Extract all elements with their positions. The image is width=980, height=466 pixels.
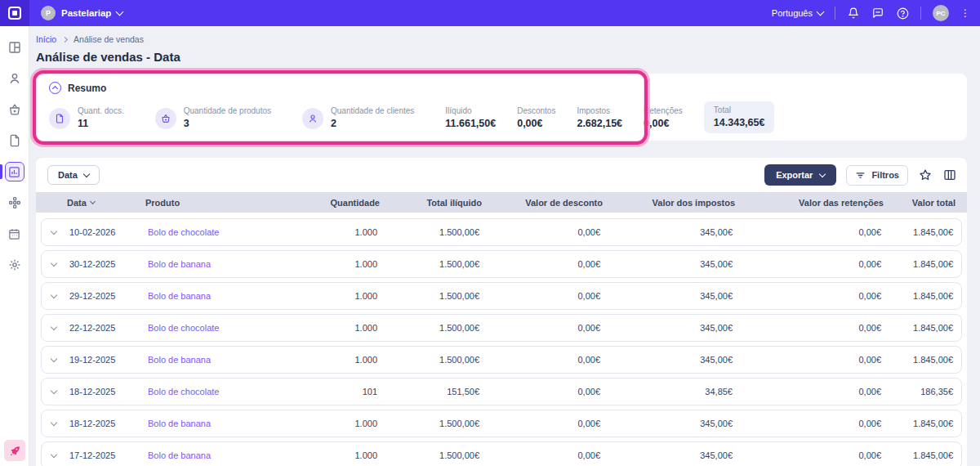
cell-quantity: 1.000 xyxy=(299,291,381,301)
table-rows: 10-02-2026 Bolo de chocolate 1.000 1.500… xyxy=(36,213,967,466)
company-name: Pastelariap xyxy=(61,8,111,18)
cell-discount: 0,00€ xyxy=(483,323,604,333)
collapse-summary-button[interactable] xyxy=(49,82,61,94)
product-link[interactable]: Bolo de banana xyxy=(148,419,211,428)
cell-quantity: 1.000 xyxy=(299,227,381,237)
product-link[interactable]: Bolo de banana xyxy=(148,355,211,365)
product-link[interactable]: Bolo de chocolate xyxy=(148,387,219,397)
more-options-icon[interactable]: ⋮ xyxy=(960,11,969,15)
cell-taxes: 345,00€ xyxy=(604,323,736,333)
favorite-star-icon[interactable] xyxy=(918,168,933,182)
product-link[interactable]: Bolo de chocolate xyxy=(148,227,219,237)
product-link[interactable]: Bolo de banana xyxy=(148,291,211,301)
company-avatar: P xyxy=(41,6,56,20)
columns-icon[interactable] xyxy=(942,168,957,182)
stat-docs: Quant. docs. 11 xyxy=(49,106,124,129)
cell-taxes: 345,00€ xyxy=(604,259,736,269)
column-header-total-iliquido[interactable]: Total ilíquido xyxy=(385,198,487,208)
group-by-dropdown[interactable]: Data xyxy=(47,165,100,185)
cell-total: 1.845,00€ xyxy=(884,259,961,269)
page-title: Análise de vendas - Data xyxy=(36,50,967,64)
stat-label: Quantidade de clientes xyxy=(331,106,414,115)
sidebar-item-contacts[interactable] xyxy=(5,69,24,88)
table-row[interactable]: 22-12-2025 Bolo de chocolate 1.000 1.500… xyxy=(41,314,962,342)
chevron-right-icon xyxy=(62,36,68,42)
column-header-quantidade[interactable]: Quantidade xyxy=(303,198,385,208)
cell-taxes: 345,00€ xyxy=(604,291,736,301)
product-link[interactable]: Bolo de banana xyxy=(148,259,211,269)
sidebar-item-integrations[interactable] xyxy=(5,193,24,213)
expand-row-chevron-icon[interactable] xyxy=(42,423,66,425)
cell-quantity: 1.000 xyxy=(299,450,381,460)
column-header-produto[interactable]: Produto xyxy=(142,198,303,208)
sidebar-item-settings[interactable] xyxy=(5,255,24,275)
cell-taxes: 34,85€ xyxy=(604,387,736,397)
stat-clients: Quantidade de clientes 2 xyxy=(302,106,414,129)
filters-button[interactable]: Filtros xyxy=(846,165,908,186)
table-row[interactable]: 29-12-2025 Bolo de banana 1.000 1.500,00… xyxy=(41,282,962,310)
cell-taxes: 345,00€ xyxy=(604,419,736,428)
basket-icon xyxy=(155,108,176,129)
expand-row-chevron-icon[interactable] xyxy=(42,263,66,266)
app-logo-icon xyxy=(8,7,21,20)
export-button[interactable]: Exportar xyxy=(764,164,836,186)
user-avatar[interactable]: PC xyxy=(933,5,949,21)
stat-value: 3 xyxy=(184,118,271,129)
table-row[interactable]: 30-12-2025 Bolo de banana 1.000 1.500,00… xyxy=(41,250,962,278)
company-switcher[interactable]: P Pastelariap xyxy=(41,6,122,20)
cell-discount: 0,00€ xyxy=(483,387,604,397)
table-row[interactable]: 18-12-2025 Bolo de chocolate 101 151,50€… xyxy=(41,378,962,406)
cell-date: 19-12-2025 xyxy=(66,355,145,365)
app-logo[interactable] xyxy=(0,0,29,26)
sidebar-item-documents[interactable] xyxy=(5,131,24,150)
cell-retentions: 0,00€ xyxy=(736,323,884,333)
cell-date: 17-12-2025 xyxy=(66,450,145,460)
breadcrumb-home-link[interactable]: Início xyxy=(36,34,56,44)
table-row[interactable]: 19-12-2025 Bolo de banana 1.000 1.500,00… xyxy=(41,346,962,374)
expand-row-chevron-icon[interactable] xyxy=(42,359,66,361)
stat-products: Quantidade de produtos 3 xyxy=(155,106,271,129)
cell-retentions: 0,00€ xyxy=(736,419,884,428)
onboarding-rocket-button[interactable] xyxy=(4,440,25,461)
cell-net: 1.500,00€ xyxy=(381,450,483,460)
cell-net: 1.500,00€ xyxy=(381,355,483,365)
expand-row-chevron-icon[interactable] xyxy=(42,231,66,234)
cell-taxes: 345,00€ xyxy=(604,355,736,365)
notifications-bell-icon[interactable] xyxy=(847,7,860,20)
table-row[interactable]: 18-12-2025 Bolo de banana 1.000 1.500,00… xyxy=(41,410,962,437)
language-selector[interactable]: Português xyxy=(772,8,823,18)
column-header-valor-impostos[interactable]: Valor dos impostos xyxy=(608,198,740,208)
expand-row-chevron-icon[interactable] xyxy=(42,295,66,298)
column-header-valor-desconto[interactable]: Valor de desconto xyxy=(487,198,608,208)
stat-value: 11 xyxy=(78,118,124,129)
breadcrumb-current: Análise de vendas xyxy=(74,34,144,44)
divider xyxy=(835,7,835,20)
chat-icon[interactable] xyxy=(871,7,884,20)
table-header-row: Data Produto Quantidade Total ilíquido V… xyxy=(36,192,967,213)
expand-row-chevron-icon[interactable] xyxy=(42,391,66,393)
cell-retentions: 0,00€ xyxy=(736,450,884,460)
table-row[interactable]: 17-12-2025 Bolo de banana 1.000 1.500,00… xyxy=(41,441,962,466)
cell-date: 10-02-2026 xyxy=(66,227,145,237)
stat-label: Quantidade de produtos xyxy=(184,106,271,115)
top-bar: P Pastelariap Português PC ⋮ xyxy=(0,0,980,26)
sidebar-item-dashboard[interactable] xyxy=(5,38,24,57)
table-row[interactable]: 10-02-2026 Bolo de chocolate 1.000 1.500… xyxy=(41,218,962,246)
product-link[interactable]: Bolo de chocolate xyxy=(148,323,219,333)
expand-row-chevron-icon[interactable] xyxy=(42,455,66,457)
sidebar-item-reports[interactable] xyxy=(5,162,24,181)
sidebar-item-calendar[interactable] xyxy=(5,224,24,244)
help-icon[interactable] xyxy=(896,7,909,20)
product-link[interactable]: Bolo de banana xyxy=(148,450,211,460)
amount-retentions: Retenções 0,00€ xyxy=(644,106,683,129)
expand-row-chevron-icon[interactable] xyxy=(42,327,66,329)
cell-retentions: 0,00€ xyxy=(736,387,884,397)
cell-quantity: 1.000 xyxy=(299,355,381,365)
sidebar-item-sales[interactable] xyxy=(5,100,24,119)
column-header-data[interactable]: Data xyxy=(64,198,142,208)
column-header-valor-total[interactable]: Valor total xyxy=(889,198,967,208)
cell-quantity: 1.000 xyxy=(299,419,381,428)
cell-discount: 0,00€ xyxy=(483,291,604,301)
chevron-down-icon xyxy=(116,8,124,16)
column-header-valor-retencoes[interactable]: Valor das retenções xyxy=(740,198,889,208)
